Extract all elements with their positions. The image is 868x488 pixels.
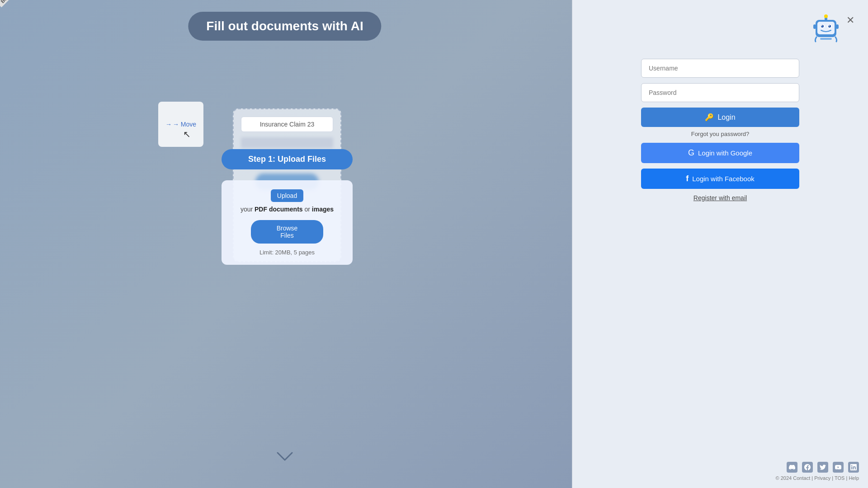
svg-rect-11	[836, 24, 839, 29]
login-button-label: Login	[717, 113, 735, 122]
linkedin-icon[interactable]	[848, 462, 859, 473]
youtube-icon[interactable]	[833, 462, 844, 473]
svg-rect-12	[820, 38, 832, 40]
pdf-text: PDF documents	[255, 206, 303, 213]
svg-point-4	[821, 25, 824, 28]
step-body: Upload your PDF documents or images Brow…	[222, 180, 353, 265]
browse-button[interactable]: Browse Files	[251, 220, 323, 244]
svg-point-6	[821, 25, 822, 26]
move-label: → Move	[173, 121, 196, 128]
google-login-label: Login with Google	[698, 149, 752, 157]
right-footer: © 2024 Contact | Privacy | TOS | Help	[776, 462, 859, 481]
facebook-icon: f	[686, 174, 689, 183]
cursor-icon: ↖	[183, 129, 191, 140]
step-overlay: Step 1: Upload Files Upload your PDF doc…	[222, 149, 353, 265]
google-login-button[interactable]: G Login with Google	[641, 143, 799, 163]
login-button[interactable]: 🔑 Login	[641, 108, 799, 127]
facebook-social-icon[interactable]	[802, 462, 813, 473]
doc-card-title: Insurance Claim 23	[241, 117, 333, 132]
page-title: Fill out documents with AI	[188, 12, 381, 41]
discord-icon[interactable]	[787, 462, 797, 473]
login-form: 🔑 Login Forgot you password? G Login wit…	[641, 59, 799, 202]
google-icon: G	[688, 148, 694, 158]
step-header: Step 1: Upload Files	[222, 149, 353, 169]
svg-point-7	[829, 25, 830, 26]
key-icon: 🔑	[705, 113, 714, 122]
svg-point-5	[828, 25, 831, 28]
register-link[interactable]: Register with email	[641, 194, 799, 202]
twitter-icon[interactable]	[817, 462, 828, 473]
upload-row: Upload your PDF documents or images	[232, 189, 342, 213]
mascot-area: ✕	[586, 14, 854, 45]
svg-point-9	[824, 14, 828, 18]
mascot-robot	[810, 14, 842, 45]
facebook-login-label: Login with Facebook	[692, 175, 755, 183]
upload-button[interactable]: Upload	[271, 189, 303, 202]
right-panel: ✕ 🔑 Login Forgot you password? G Login w…	[572, 0, 868, 488]
close-panel-button[interactable]: ✕	[846, 14, 854, 26]
upload-description: your PDF documents or images	[241, 206, 334, 213]
username-input[interactable]	[641, 59, 799, 78]
forgot-password-link[interactable]: Forgot you password?	[641, 131, 799, 137]
move-arrow-icon: →	[165, 121, 172, 128]
images-text: images	[312, 206, 334, 213]
footer-social-icons	[787, 462, 859, 473]
scroll-down-chevron[interactable]	[276, 449, 294, 465]
limit-text: Limit: 20MB, 5 pages	[232, 249, 342, 256]
svg-rect-10	[813, 24, 816, 29]
password-input[interactable]	[641, 83, 799, 102]
footer-copyright: © 2024 Contact | Privacy | TOS | Help	[776, 475, 859, 481]
doc-card-blur-line1	[241, 137, 333, 148]
move-card[interactable]: → → Move ↖	[158, 102, 203, 147]
svg-rect-1	[817, 22, 835, 34]
facebook-login-button[interactable]: f Login with Facebook	[641, 169, 799, 189]
